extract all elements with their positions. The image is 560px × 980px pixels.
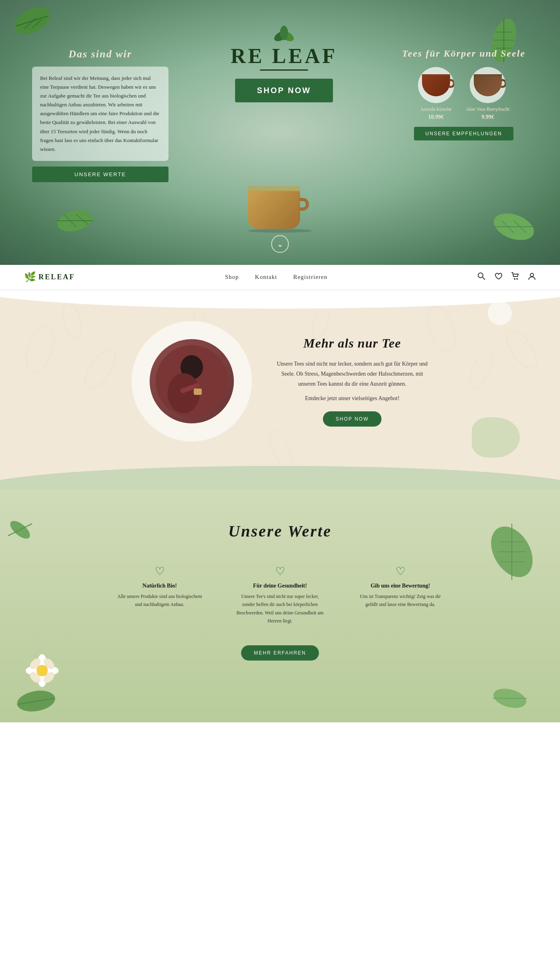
werte-heart-icon-2: ♡ (236, 565, 324, 578)
hero-right-panel: Tees für Körper und Seele Acerola Kirsch… (400, 48, 528, 140)
chevron-down-icon: ⌄ (277, 239, 284, 249)
hero-left-panel: Das sind wir Bei Releaf sind wir der Mei… (32, 48, 168, 182)
hero-tea-cup (248, 191, 312, 233)
user-icon[interactable] (528, 272, 536, 282)
werte-item-1: ♡ Natürlich Bio! Alle unsere Produkte si… (116, 565, 204, 625)
mehr-erfahren-button[interactable]: Mehr Erfahren (241, 645, 319, 661)
hero-section: Das sind wir Bei Releaf sind wir der Mei… (0, 0, 560, 265)
werte-item-3-title: Gib uns eine Bewertung! (356, 583, 444, 589)
werte-leaf-top-right (488, 522, 536, 582)
svg-point-22 (514, 279, 515, 279)
tee-product-2: Aloe Vera Beeryfrucht 9.99€ (466, 67, 509, 120)
werte-item-3: ♡ Gib uns eine Bewertung! Uns ist Transp… (356, 565, 444, 625)
navbar-logo[interactable]: 🌿 RELEAF (24, 271, 75, 283)
svg-point-23 (517, 279, 517, 279)
werte-item-2: ♡ Für deine Gesundheit! Unsere Tee's sin… (236, 565, 324, 625)
svg-point-20 (478, 273, 483, 278)
mehr-title: Mehr als nur Tee (276, 336, 428, 351)
tee-product-1: Acerola Kirsche 10.99€ (418, 67, 454, 120)
werte-section: Unsere Werte ♡ Natürlich Bio! Alle unser… (0, 490, 560, 722)
werte-grid: ♡ Natürlich Bio! Alle unsere Produkte si… (24, 565, 536, 625)
werte-item-3-text: Uns ist Transparenz wichtig! Zeig was di… (356, 592, 444, 609)
werte-heart-icon-3: ♡ (356, 565, 444, 578)
heart-icon[interactable] (494, 272, 502, 282)
mehr-big-circle (132, 321, 252, 441)
werte-section-title: Unsere Werte (24, 522, 536, 541)
tee-product-1-name: Acerola Kirsche (418, 106, 454, 112)
cart-icon[interactable] (511, 272, 519, 282)
hero-logo-underline (260, 69, 308, 71)
empfehlungen-button[interactable]: Unsere Empfehlungen (414, 127, 513, 140)
hero-right-title: Tees für Körper und Seele (400, 48, 528, 59)
werte-leaf-bottom-right (492, 686, 528, 710)
navbar-navigation: Shop Kontakt Registrieren (225, 274, 327, 281)
werte-leaf-bottom-left (16, 688, 56, 714)
mehr-shop-now-button[interactable]: Shop Now (323, 411, 381, 427)
hero-description-text: Bei Releaf sind wir der Meinung, dass je… (40, 74, 160, 154)
werte-heart-icon-1: ♡ (116, 565, 204, 578)
tee-product-2-price: 9.99€ (466, 114, 509, 120)
svg-point-51 (37, 665, 48, 676)
werte-flower-decoration (24, 653, 60, 690)
tee-product-2-image (470, 67, 506, 103)
svg-rect-39 (194, 388, 202, 395)
mehr-person-image (150, 339, 234, 423)
nav-shop-link[interactable]: Shop (225, 274, 239, 281)
werte-item-2-text: Unsere Tee's sind nicht nur super lecker… (236, 592, 324, 625)
hero-leaf-bottom-right (492, 213, 536, 241)
werte-leaf-top-left (4, 514, 36, 546)
green-blob-decoration (472, 417, 520, 457)
mehr-content: Mehr als nur Tee Unsere Tees sind nicht … (99, 321, 461, 441)
hero-logo-leaves (272, 24, 296, 44)
tee-product-2-name: Aloe Vera Beeryfrucht (466, 106, 509, 112)
tee-cup-1 (422, 74, 450, 96)
svg-point-24 (530, 273, 534, 277)
scroll-arrow-button[interactable]: ⌄ (271, 235, 289, 253)
mehr-subtitle: Entdecke jetzt unser vielseitiges Angebo… (276, 395, 428, 402)
nav-kontakt-link[interactable]: Kontakt (255, 274, 277, 281)
nav-registrieren-link[interactable]: Registrieren (293, 274, 327, 281)
person-silhouette-svg (156, 345, 228, 417)
mehr-text-content: Mehr als nur Tee Unsere Tees sind nicht … (276, 336, 428, 427)
search-icon[interactable] (477, 272, 485, 282)
hero-logo-text: RE LEAF (231, 44, 337, 68)
hero-shop-now-button[interactable]: SHOP NOW (235, 79, 333, 102)
navbar-logo-text: RELEAF (39, 273, 75, 281)
navbar-icons (477, 272, 536, 282)
hero-leaf-bottom-left (56, 209, 94, 233)
hero-products: Acerola Kirsche 10.99€ Aloe Vera Beeryfr… (400, 67, 528, 120)
white-blob-decoration (488, 301, 512, 325)
svg-point-19 (280, 26, 288, 40)
navbar: 🌿 RELEAF Shop Kontakt Registrieren (0, 265, 560, 289)
hero-center: RE LEAF SHOP NOW (231, 24, 337, 102)
mehr-person-container (132, 321, 252, 441)
werte-item-2-title: Für deine Gesundheit! (236, 583, 324, 589)
werte-item-1-title: Natürlich Bio! (116, 583, 204, 589)
tee-product-1-image (418, 67, 454, 103)
hero-left-title: Das sind wir (32, 48, 168, 60)
werte-item-1-text: Alle unsere Produkte sind aus biologisch… (116, 592, 204, 609)
mehr-section: Mehr als nur Tee Unsere Tees sind nicht … (0, 289, 560, 490)
svg-point-36 (186, 356, 197, 365)
mehr-description: Unsere Tees sind nicht nur lecker, sonde… (276, 359, 428, 389)
hero-content: Das sind wir Bei Releaf sind wir der Mei… (0, 0, 560, 182)
unsere-werte-button[interactable]: Unsere Werte (32, 167, 168, 182)
hero-description-box: Bei Releaf sind wir der Meinung, dass je… (32, 67, 168, 161)
navbar-logo-icon: 🌿 (24, 271, 36, 283)
svg-line-21 (483, 277, 485, 280)
tee-product-1-price: 10.99€ (418, 114, 454, 120)
tee-cup-2 (474, 74, 502, 96)
